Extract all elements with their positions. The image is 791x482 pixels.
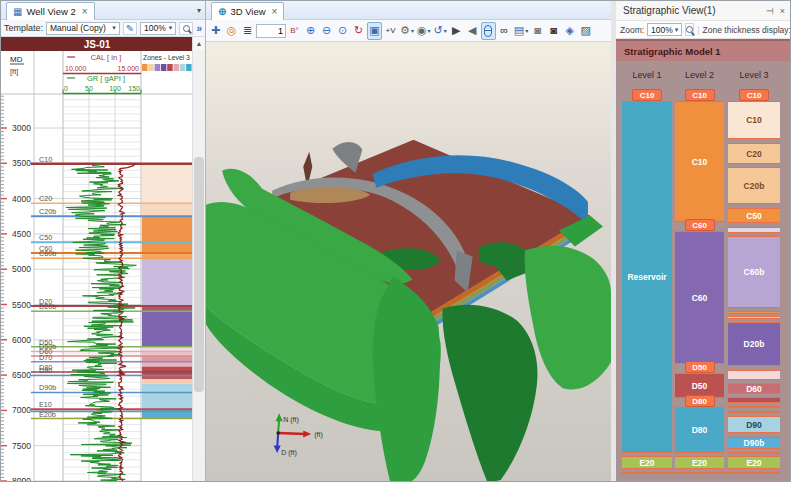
divider: | (697, 25, 699, 35)
zone-block[interactable]: C50 (728, 208, 780, 223)
close-tab-icon[interactable]: × (82, 6, 88, 17)
template-value: Manual (Copy) (50, 23, 106, 33)
zone-block[interactable]: Reservoir (622, 101, 672, 453)
zone-tag[interactable]: C10 (739, 89, 769, 101)
annotate-icon[interactable]: ▨ (578, 22, 593, 40)
tab-3d-view[interactable]: ⊕ 3D View × (211, 2, 284, 20)
zone-band[interactable] (142, 164, 193, 204)
depth-label: 5500 (12, 300, 31, 310)
zoom-in-icon[interactable]: ⊕ (303, 22, 318, 40)
zone-band[interactable] (142, 216, 193, 253)
zone-block[interactable]: C10 (728, 101, 780, 139)
zone-block[interactable]: D90 (728, 416, 780, 433)
well-marker-label: D20b (39, 302, 56, 311)
zone-tag[interactable]: D80 (685, 395, 715, 407)
strat-zoom-select[interactable]: 100% ▾ (647, 23, 682, 36)
settings-icon[interactable]: ⚙▾ (399, 22, 415, 40)
sound-icon[interactable]: ◀ (465, 22, 480, 40)
zone-block[interactable] (728, 227, 780, 233)
zone-block[interactable] (728, 452, 780, 454)
zone-block[interactable]: D80 (675, 407, 724, 453)
zone-band[interactable] (142, 311, 193, 347)
rotate-icon[interactable]: ↻ (351, 22, 366, 40)
map-icon[interactable]: ▤▾ (513, 22, 529, 40)
zone-block[interactable]: E20 (622, 456, 672, 469)
depth-label: 3500 (12, 158, 31, 168)
zones-legend-label: Zones - Level 3 (143, 54, 190, 61)
snapshot-icon[interactable]: ◙ (546, 22, 561, 40)
zoom-select[interactable]: 100% ▾ (140, 22, 176, 35)
zone-block[interactable] (728, 411, 780, 413)
pin-icon[interactable]: ⊣ (766, 6, 774, 16)
spin-icon[interactable]: ↺▾ (433, 22, 448, 40)
zone-band[interactable] (142, 203, 193, 216)
toolbar-overflow-icon[interactable]: » (196, 23, 202, 34)
close-tab-icon[interactable]: × (272, 6, 278, 17)
zone-band[interactable] (142, 384, 193, 410)
slider-icon[interactable]: ≣ (240, 22, 255, 40)
zone-tag[interactable]: C10 (685, 89, 715, 101)
view3d-viewport[interactable]: N (ft)(ft)D (ft) (206, 42, 611, 482)
zone-block[interactable] (728, 370, 780, 380)
geo-surface[interactable] (525, 246, 611, 390)
close-panel-icon[interactable]: × (780, 6, 785, 16)
pan-icon[interactable]: ✚ (208, 22, 223, 40)
zone-block[interactable]: C20b (728, 167, 780, 204)
well-marker-label: C60b (39, 249, 56, 258)
zoom-extents-icon[interactable]: ⊙ (335, 22, 350, 40)
zone-block[interactable] (728, 406, 780, 408)
well-marker-label: D90 (39, 366, 52, 375)
zone-band[interactable] (142, 356, 193, 362)
zone-band[interactable] (142, 419, 193, 482)
zone-band[interactable] (142, 379, 193, 383)
edit-template-icon[interactable]: ✎ (123, 22, 137, 35)
template-select[interactable]: Manual (Copy) ▾ (46, 22, 120, 35)
zone-block[interactable]: E20 (728, 456, 780, 469)
geo-surface[interactable] (442, 305, 537, 482)
zone-block[interactable]: C10 (675, 101, 724, 222)
zone-block[interactable]: D20b (728, 322, 780, 366)
level-header: Level 1 (622, 70, 672, 80)
zone-block[interactable]: D90b (728, 437, 780, 449)
well-view-scrollbar[interactable]: ▲ (192, 37, 205, 482)
zone-band[interactable] (142, 367, 193, 376)
binoculars-icon[interactable]: ∞ (497, 22, 512, 40)
zone-block[interactable] (728, 316, 780, 319)
magnifier-icon[interactable] (685, 23, 694, 36)
tab-list-caret-icon[interactable]: ▾ (197, 6, 201, 15)
zone-block[interactable]: E20 (675, 456, 724, 469)
zone-block[interactable]: C60 (675, 231, 724, 364)
visibility-icon[interactable]: ◉▾ (416, 22, 432, 40)
zone-block[interactable] (728, 397, 780, 403)
zone-thickness-label: Zone thickness display: (703, 25, 791, 35)
zone-band[interactable] (142, 258, 193, 306)
scrollbar-thumb[interactable] (194, 157, 204, 392)
geological-model[interactable]: N (ft)(ft)D (ft) (206, 42, 611, 482)
well-log-track[interactable]: MD[ft]CAL [ in ]10.00015.000GR [ gAPI ]0… (1, 51, 193, 482)
zone-legend-swatch (142, 64, 148, 71)
zone-block[interactable]: C20 (728, 143, 780, 164)
depth-label: 7500 (12, 441, 31, 451)
geo-pin-icon[interactable]: ◈ (562, 22, 577, 40)
zone-tag[interactable]: C60 (685, 219, 715, 231)
svg-text:0: 0 (64, 85, 68, 92)
perspective-icon[interactable]: B° (287, 22, 302, 40)
center-view-icon[interactable]: ◎ (224, 22, 239, 40)
zone-tag[interactable]: D50 (685, 361, 715, 373)
mouse-mode-icon[interactable] (481, 22, 496, 40)
screenshot-icon[interactable]: ◙ (530, 22, 545, 40)
tab-well-view-2[interactable]: ▦ Well View 2 × (6, 2, 95, 20)
vertical-exaggeration-icon[interactable]: +V (383, 22, 398, 40)
frame-input[interactable] (256, 24, 286, 38)
zone-tag[interactable]: C10 (632, 89, 662, 101)
zone-block[interactable]: D60 (728, 383, 780, 394)
level-header: Level 3 (728, 70, 780, 80)
zone-block[interactable]: C60b (728, 236, 780, 308)
cube-icon[interactable]: ▣ (367, 22, 382, 40)
gr-curve (66, 164, 136, 482)
magnifier-icon[interactable] (179, 22, 193, 35)
scroll-up-icon[interactable]: ▲ (193, 37, 205, 50)
zone-block[interactable] (728, 311, 780, 314)
camera-icon[interactable]: ▶ (449, 22, 464, 40)
zoom-out-icon[interactable]: ⊖ (319, 22, 334, 40)
